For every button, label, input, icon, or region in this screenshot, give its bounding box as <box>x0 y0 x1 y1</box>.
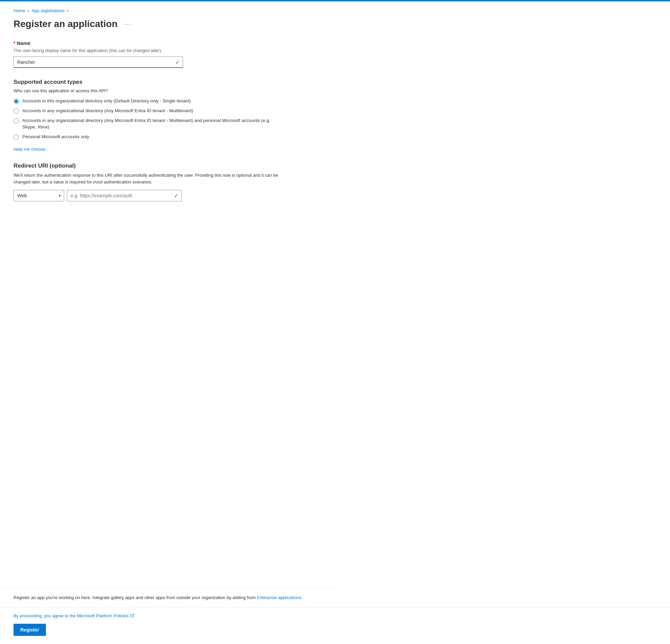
account-types-title: Supported account types <box>14 79 291 86</box>
name-label-text: Name <box>16 40 30 46</box>
platform-select-wrapper: Web SPA Public client/native (mobile & d… <box>14 190 64 201</box>
radio-multitenant-personal-input[interactable] <box>14 118 19 124</box>
enterprise-applications-link[interactable]: Enterprise applications <box>257 595 302 600</box>
uri-input-wrapper: ✓ <box>67 190 182 201</box>
breadcrumb: Home > App registrations > <box>14 8 291 13</box>
radio-multitenant-personal-label: Accounts in any organizational directory… <box>22 118 276 130</box>
radio-multitenant-personal[interactable]: Accounts in any organizational directory… <box>14 118 291 130</box>
uri-input-checkmark: ✓ <box>174 193 178 199</box>
policy-link[interactable]: By proceeding, you agree to the Microsof… <box>14 613 656 618</box>
breadcrumb-app-registrations[interactable]: App registrations <box>32 8 65 13</box>
radio-single-tenant[interactable]: Accounts in this organizational director… <box>14 98 291 104</box>
external-link-icon <box>130 614 134 618</box>
policy-link-text: By proceeding, you agree to the Microsof… <box>14 613 129 618</box>
redirect-uri-input[interactable] <box>67 190 182 201</box>
redirect-uri-description: We'll return the authentication response… <box>14 172 291 185</box>
bottom-note-text-after: . <box>301 595 303 600</box>
breadcrumb-home[interactable]: Home <box>14 8 25 13</box>
radio-personal-only[interactable]: Personal Microsoft accounts only <box>14 134 291 140</box>
footer: By proceeding, you agree to the Microsof… <box>0 607 670 644</box>
radio-personal-only-input[interactable] <box>14 134 19 140</box>
required-star: * <box>14 41 15 46</box>
breadcrumb-separator-1: > <box>27 9 30 13</box>
redirect-uri-section: Redirect URI (optional) We'll return the… <box>14 162 291 201</box>
more-options-button[interactable]: ··· <box>122 19 134 29</box>
radio-single-tenant-label: Accounts in this organizational director… <box>22 98 191 104</box>
name-input-checkmark: ✓ <box>175 59 180 66</box>
redirect-uri-title: Redirect URI (optional) <box>14 162 291 169</box>
platform-select[interactable]: Web SPA Public client/native (mobile & d… <box>14 190 64 201</box>
breadcrumb-separator-2: > <box>67 9 69 13</box>
radio-multitenant-label: Accounts in any organizational directory… <box>22 108 193 114</box>
page-title: Register an application <box>14 18 118 29</box>
redirect-uri-inputs: Web SPA Public client/native (mobile & d… <box>14 190 291 201</box>
account-types-section: Supported account types Who can use this… <box>14 79 291 152</box>
bottom-note-text-before: Register an app you're working on here. … <box>14 595 257 600</box>
name-input-wrapper: ✓ <box>14 56 183 68</box>
radio-personal-only-label: Personal Microsoft accounts only <box>22 134 89 140</box>
radio-multitenant-input[interactable] <box>14 108 19 114</box>
page-title-row: Register an application ··· <box>14 18 291 29</box>
name-field-description: The user-facing display name for this ap… <box>14 48 291 53</box>
radio-multitenant[interactable]: Accounts in any organizational directory… <box>14 108 291 114</box>
name-field-label: * Name <box>14 40 291 46</box>
account-types-radio-group: Accounts in this organizational director… <box>14 98 291 140</box>
radio-single-tenant-input[interactable] <box>14 98 19 104</box>
register-button[interactable]: Register <box>14 624 46 636</box>
name-section: * Name The user-facing display name for … <box>14 40 291 68</box>
name-input[interactable] <box>14 56 183 68</box>
account-types-subtitle: Who can use this application or access t… <box>14 88 291 93</box>
bottom-note: Register an app you're working on here. … <box>0 587 338 608</box>
help-me-choose-link[interactable]: Help me choose... <box>14 147 49 152</box>
